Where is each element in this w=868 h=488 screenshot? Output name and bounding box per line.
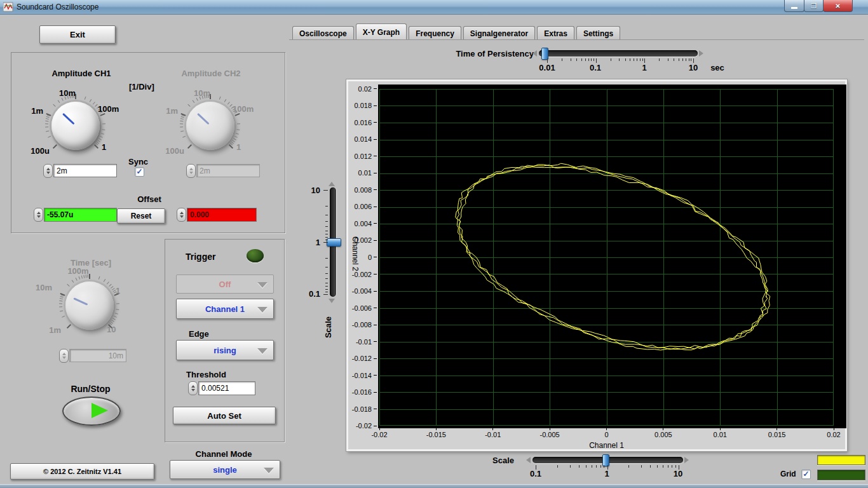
slider-tick	[581, 58, 582, 61]
spin-up-icon[interactable]	[37, 212, 41, 214]
y-axis-tick-label: -0.008	[346, 321, 377, 329]
knob-label-100m: 100m	[98, 104, 126, 114]
x-axis-tick-label: 0.015	[761, 428, 793, 438]
knob-tick	[98, 276, 100, 280]
tab[interactable]: Oscilloscope	[292, 26, 354, 40]
slider-tick	[682, 58, 683, 61]
knob-tick	[59, 303, 62, 304]
spin-down-icon[interactable]	[189, 172, 193, 174]
spin-up-icon[interactable]	[189, 168, 193, 170]
spin-down-icon[interactable]	[180, 215, 184, 218]
slider-right-arrow-icon[interactable]	[684, 457, 689, 463]
threshold-input[interactable]: 0.00521	[198, 381, 255, 395]
knob-label-100m: 100m	[64, 266, 92, 276]
slider-tick	[325, 226, 328, 227]
x-scale-label: Scale	[492, 456, 520, 465]
persistency-tick-10: 10	[681, 63, 706, 72]
y-axis-tick-label: 0.018	[346, 102, 377, 110]
offset-reset-button[interactable]: Reset	[117, 208, 165, 224]
persistency-slider-track[interactable]	[539, 50, 698, 57]
amplitude-ch2-knob[interactable]: 10m 100m 1 100u 1m	[164, 86, 268, 163]
slider-tick	[585, 58, 586, 61]
amplitude-ch2-spinner[interactable]	[186, 164, 196, 178]
slider-tick	[593, 58, 594, 61]
knob-tick	[48, 136, 51, 138]
amplitude-ch1-spinner[interactable]	[43, 164, 53, 178]
x-axis-tick-label: -0.005	[534, 428, 566, 438]
app-window: Soundcard Oszilloscope ❐ ✕ Exit Amplitud…	[0, 0, 868, 488]
spin-down-icon[interactable]	[62, 356, 66, 359]
x-scale-tick-1: 1	[594, 469, 620, 478]
trigger-mode-dropdown[interactable]: Off	[176, 274, 274, 294]
taskbar-edge[interactable]	[0, 484, 868, 488]
scale-up-arrow-icon[interactable]	[329, 182, 335, 186]
spin-up-icon[interactable]	[62, 353, 66, 355]
close-button[interactable]: ✕	[823, 0, 853, 12]
amplitude-ch1-knob[interactable]: 10m 100m 1 100u 1m	[29, 86, 133, 163]
exit-button[interactable]: Exit	[39, 25, 116, 44]
knob-tick	[67, 324, 71, 329]
offset-ch1-spinner[interactable]	[34, 208, 43, 222]
time-spinner[interactable]	[59, 349, 69, 363]
tab[interactable]: Extras	[537, 26, 574, 40]
slider-tick	[642, 58, 643, 61]
slider-tick	[644, 58, 645, 63]
slider-left-arrow-icon[interactable]	[532, 50, 537, 57]
x-axis-tick-label: 0	[591, 428, 623, 438]
spin-down-icon[interactable]	[46, 172, 50, 174]
knob-tick	[81, 275, 83, 278]
knob-face[interactable]	[186, 102, 234, 150]
trigger-source-dropdown[interactable]: Channel 1	[176, 299, 274, 319]
knob-tick	[62, 98, 64, 101]
channel-mode-dropdown[interactable]: single	[170, 460, 280, 479]
sync-checkbox[interactable]	[135, 167, 144, 177]
offset-ch1-value[interactable]: -55.07u	[44, 208, 117, 222]
minimize-button[interactable]	[784, 0, 804, 12]
tab[interactable]: X-Y Graph	[356, 24, 407, 40]
amplitude-ch1-value[interactable]: 2m	[53, 164, 117, 177]
knob-label-1m: 1m	[159, 106, 178, 116]
slider-tick	[689, 58, 689, 61]
knob-label-1: 1	[236, 142, 249, 152]
slider-tick	[628, 465, 629, 468]
y-axis-tick-label: -0.004	[346, 287, 377, 295]
slider-tick	[325, 258, 328, 259]
offset-ch2-spinner[interactable]	[177, 208, 186, 222]
spin-up-icon[interactable]	[46, 168, 50, 170]
grid-label: Grid	[780, 470, 799, 478]
time-knob[interactable]: 100m 1 10 1m 10m	[43, 266, 147, 342]
spin-down-icon[interactable]	[191, 389, 195, 391]
spin-up-icon[interactable]	[180, 212, 184, 214]
grid-color-swatch[interactable]	[817, 470, 865, 480]
slider-tick	[592, 465, 592, 468]
tab[interactable]: Signalgenerator	[463, 26, 535, 40]
restore-button[interactable]: ❐	[804, 0, 824, 12]
trace-color-swatch[interactable]	[817, 455, 865, 465]
copyright-button[interactable]: © 2012 C. Zeitnitz V1.41	[10, 463, 154, 480]
knob-tick	[46, 118, 49, 119]
slider-right-arrow-icon[interactable]	[699, 50, 703, 57]
knob-face[interactable]	[51, 102, 100, 150]
y-scale-slider-thumb[interactable]	[327, 238, 341, 247]
spin-down-icon[interactable]	[37, 215, 41, 218]
slider-left-arrow-icon[interactable]	[526, 457, 531, 463]
tab[interactable]: Settings	[576, 26, 620, 40]
knob-face[interactable]	[65, 281, 114, 330]
knob-label-10m: 10m	[27, 283, 52, 292]
tab[interactable]: Frequency	[409, 26, 461, 40]
slider-tick	[325, 240, 328, 240]
spin-up-icon[interactable]	[191, 385, 195, 388]
slider-tick	[325, 283, 328, 283]
x-axis-tick-label: -0.01	[477, 428, 509, 438]
threshold-spinner[interactable]	[188, 381, 198, 395]
channel-mode-value: single	[213, 465, 237, 475]
run-stop-button[interactable]	[62, 396, 121, 426]
offset-ch2-value[interactable]: 0.000	[187, 208, 257, 222]
x-axis-title: Channel 1	[573, 441, 640, 450]
title-bar[interactable]: Soundcard Oszilloscope ❐ ✕	[0, 0, 868, 15]
persistency-tick-0.1: 0.1	[583, 63, 608, 72]
trigger-edge-dropdown[interactable]: rising	[176, 340, 274, 360]
auto-set-button[interactable]: Auto Set	[173, 407, 276, 424]
y-scale-tick-10: 10	[308, 186, 320, 195]
grid-checkbox[interactable]	[801, 470, 811, 479]
